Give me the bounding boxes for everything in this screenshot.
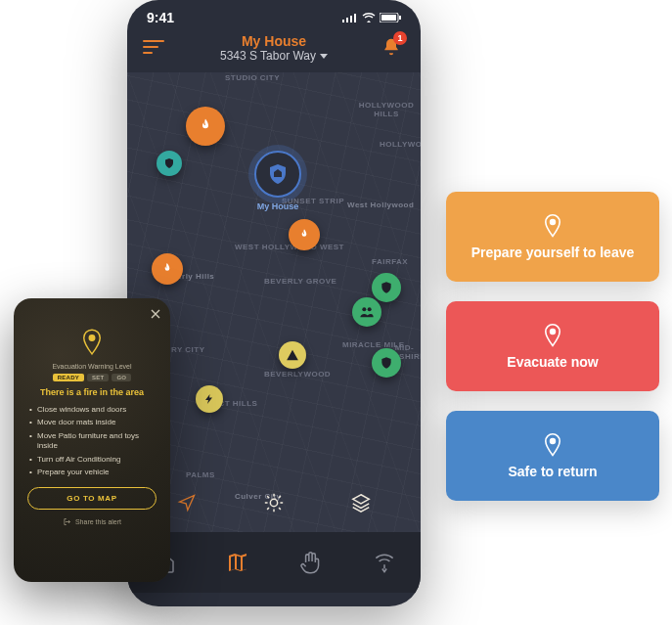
share-alert-button[interactable]: Share this alert: [27, 517, 157, 526]
callout-prepare[interactable]: Prepare yourself to leave: [446, 192, 659, 282]
alert-checklist: Close windows and doors Move door mats i…: [27, 405, 157, 477]
people-icon: [359, 304, 375, 320]
svg-point-11: [551, 220, 556, 225]
battery-icon: [380, 13, 401, 22]
location-address: 5343 S Tabor Way: [220, 49, 316, 63]
locate-icon: [177, 493, 197, 513]
shield-icon: [380, 356, 393, 370]
share-icon: [63, 517, 71, 526]
green-pin[interactable]: [372, 348, 401, 378]
map-label: West Hollywood: [347, 201, 414, 210]
checklist-item: Prepare your vehicle: [29, 468, 155, 477]
map-label: WEST HOLLYWOOD WEST: [235, 244, 344, 252]
svg-point-10: [89, 335, 95, 341]
wifi-icon: [362, 13, 376, 22]
locate-button[interactable]: [167, 483, 206, 522]
checklist-item: Move door mats inside: [29, 418, 155, 427]
svg-rect-5: [381, 15, 396, 21]
shield-icon: [163, 157, 175, 169]
map-label: HOLLYWOOD: [380, 141, 421, 150]
main-app-phone: 9:41 My House 5343 S Tabor Way 1 STUDIO …: [127, 0, 421, 606]
brightness-icon: [263, 492, 285, 513]
bolt-pin[interactable]: [196, 385, 223, 413]
fire-icon: [160, 262, 174, 276]
chevron-down-icon: [320, 54, 328, 59]
svg-point-12: [551, 330, 556, 335]
fire-pin[interactable]: [152, 253, 183, 285]
my-house-label: My House: [257, 201, 299, 211]
svg-point-9: [270, 499, 277, 506]
map-canvas[interactable]: STUDIO CITY HOLLYWOOD HILLS HOLLYWOOD SU…: [127, 72, 421, 532]
go-to-map-button[interactable]: GO TO MAP: [27, 487, 157, 510]
callout-label: Prepare yourself to leave: [471, 245, 635, 260]
layers-button[interactable]: [341, 483, 381, 522]
signal-icon: [342, 13, 358, 22]
location-pin-icon: [542, 432, 563, 458]
warning-icon: [286, 348, 299, 362]
svg-rect-0: [342, 20, 344, 22]
checklist-item: Move Patio furniture and toys inside: [29, 431, 155, 452]
fire-pin[interactable]: [289, 219, 320, 250]
svg-rect-1: [346, 18, 348, 22]
location-pin-icon: [542, 323, 563, 348]
green-pin[interactable]: [372, 273, 401, 302]
hand-icon: [298, 550, 324, 575]
location-name: My House: [220, 33, 328, 49]
tab-map[interactable]: [220, 545, 255, 580]
people-pin[interactable]: [352, 297, 381, 327]
pill-go: GO: [112, 374, 131, 381]
status-bar: 9:41: [127, 0, 421, 27]
fire-icon: [197, 117, 214, 135]
callout-label: Evacuate now: [507, 354, 598, 370]
tab-sensors[interactable]: [367, 545, 402, 580]
map-controls: [127, 483, 421, 522]
alert-pin-icon: [79, 328, 105, 357]
svg-rect-2: [350, 16, 352, 22]
location-pin-icon: [542, 213, 563, 239]
notifications-button[interactable]: 1: [378, 33, 405, 61]
map-label: FAIRFAX: [372, 258, 408, 267]
callout-safe[interactable]: Safe to return: [446, 411, 659, 501]
layers-icon: [350, 492, 372, 513]
svg-point-7: [362, 307, 366, 311]
teal-pin[interactable]: [157, 151, 182, 176]
warning-pin[interactable]: [279, 341, 306, 369]
pill-set: SET: [87, 374, 109, 381]
share-label: Share this alert: [75, 518, 121, 525]
pill-ready: READY: [53, 374, 84, 381]
close-icon: [151, 309, 160, 319]
callout-evacuate[interactable]: Evacuate now: [446, 301, 659, 391]
svg-rect-3: [354, 14, 356, 22]
warning-level-pills: READY SET GO: [27, 374, 157, 381]
shield-icon: [380, 281, 393, 294]
tab-bar: [127, 532, 421, 593]
svg-point-13: [551, 439, 556, 444]
map-label: BEVERLY GROVE: [264, 278, 336, 287]
status-icons: [342, 13, 401, 22]
my-house-pin[interactable]: [254, 151, 301, 198]
location-pin-icon: [81, 329, 103, 356]
location-selector[interactable]: My House 5343 S Tabor Way: [220, 33, 328, 63]
map-label: STUDIO CITY: [225, 74, 280, 83]
close-button[interactable]: [151, 308, 160, 322]
fire-pin[interactable]: [186, 107, 225, 146]
svg-rect-6: [399, 16, 401, 20]
alert-card: Evacuation Warning Level READY SET GO Th…: [14, 298, 170, 582]
map-label: PALMS: [186, 471, 215, 480]
map-icon: [226, 551, 249, 574]
sensor-icon: [372, 550, 397, 575]
map-label: BEVERLYWOOD: [264, 371, 331, 379]
tab-resources[interactable]: [293, 545, 329, 580]
svg-point-8: [368, 307, 372, 311]
alert-title: There is a fire in the area: [27, 387, 157, 397]
bolt-icon: [203, 392, 215, 406]
notification-badge: 1: [393, 31, 407, 45]
fire-icon: [297, 228, 311, 242]
menu-button[interactable]: [143, 33, 170, 61]
alert-subtitle: Evacuation Warning Level: [27, 363, 157, 370]
status-time: 9:41: [147, 10, 174, 25]
checklist-item: Close windows and doors: [29, 405, 155, 415]
top-bar: My House 5343 S Tabor Way 1: [127, 27, 421, 72]
brightness-button[interactable]: [254, 483, 293, 522]
callout-label: Safe to return: [508, 464, 597, 479]
